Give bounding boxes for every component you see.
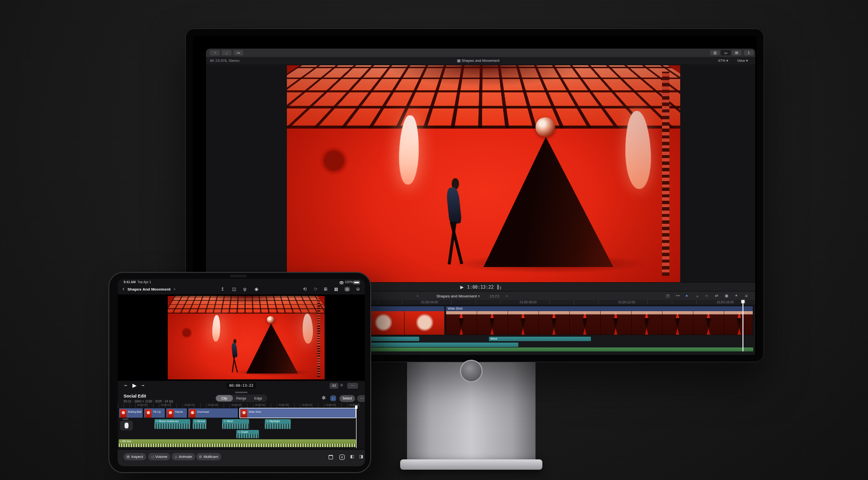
music-bar[interactable] — [321, 347, 753, 351]
timeline-project-tab[interactable]: Shapes and Movement ▾ — [436, 294, 480, 298]
transport-more-button[interactable]: ··· — [347, 383, 358, 389]
inspector-layout-icon: ▤ — [735, 51, 739, 54]
animate-button[interactable]: ◇Animate — [172, 453, 195, 460]
ipad-timeline-ruler[interactable]: 00:00:05 00:00:10 00:00:15 00:00:20 00:0… — [118, 403, 365, 408]
tools-menu-icon[interactable]: ▣ — [725, 293, 729, 298]
ipad-transport-bar: ⇤ ▶ ⇥ 00:00:13:22 43 ⊞ ··· — [118, 381, 365, 391]
import-button[interactable]: ↓ — [222, 50, 231, 55]
ipad-dock: ▤Inspect ◁Volume ◇Animate ⊞Multicam A ◧ … — [118, 449, 365, 466]
redo-button[interactable]: ⟳ — [314, 287, 318, 292]
skip-back-button[interactable]: ⇤ — [125, 384, 128, 388]
browser-layout-icon: ▥ — [714, 51, 717, 54]
playhead[interactable] — [742, 300, 746, 351]
audio-clip-wind[interactable]: ∿ Wind — [222, 419, 249, 429]
video-clip-hands[interactable]: Hands — [166, 408, 187, 418]
audio-clip-wind[interactable]: Wind — [489, 337, 591, 341]
camera-button[interactable]: ◫ — [232, 287, 236, 292]
ipad: 9:41 AM Tue Apr 1 100% ‹ Shapes And Move… — [108, 272, 371, 473]
ipad-screen: 9:41 AM Tue Apr 1 100% ‹ Shapes And Move… — [118, 279, 365, 466]
timeline-layout-button[interactable]: ▭ — [721, 50, 731, 55]
wifi-icon — [339, 281, 344, 285]
mic-button[interactable]: ψ — [243, 287, 246, 292]
video-clip-overhead[interactable]: Overhead — [188, 408, 238, 418]
audio-clip-highlight[interactable]: ∿ Highlight — [265, 419, 291, 429]
scene-vignette — [287, 65, 680, 282]
skip-forward-button[interactable]: ⇥ — [141, 384, 144, 388]
background-tasks-button[interactable]: ◔ — [210, 50, 220, 55]
ipad-status-bar: 9:41 AM Tue Apr 1 100% — [118, 279, 365, 285]
overwrite-tool-icon[interactable]: ∩ — [705, 293, 708, 298]
inspector-layout-button[interactable]: ▤ — [732, 50, 741, 55]
effects-browser-icon[interactable]: ✦ — [735, 293, 738, 298]
back-button[interactable]: ‹ — [123, 286, 124, 292]
video-clip-rolling-ball[interactable]: Rolling Ball — [119, 408, 143, 418]
audio-clip-drums[interactable]: ∿ Drums — [193, 419, 206, 429]
export-button[interactable]: ↥ — [221, 287, 225, 292]
ipad-playhead[interactable] — [355, 405, 357, 448]
trash-button[interactable] — [329, 455, 333, 459]
counter-grid-icon[interactable]: ⊞ — [340, 383, 343, 387]
drag-handle[interactable] — [235, 392, 248, 393]
timeline-back-button[interactable]: ‹ — [417, 293, 418, 298]
captions-button[interactable]: A — [339, 454, 345, 460]
project-badge-icon: ● — [174, 288, 176, 291]
video-clip-wide-shot[interactable]: Wide Shot — [239, 408, 356, 418]
select-button[interactable]: Select — [339, 395, 355, 402]
viewer-timecode: 1:00:13:22 — [467, 285, 493, 290]
mode-edge-tab[interactable]: Edge — [250, 395, 267, 401]
collapse-button[interactable]: ⊖ — [356, 287, 360, 292]
mode-clip-tab[interactable]: Clip — [216, 395, 233, 401]
music-note-icon: ♪ — [120, 440, 122, 443]
snapping-tool-icon[interactable]: ● — [686, 293, 688, 298]
history-button[interactable]: ⟲ — [303, 287, 307, 292]
ipad-viewer-video[interactable] — [168, 296, 325, 379]
inspect-button[interactable]: ▤Inspect — [124, 453, 146, 460]
video-clip-wide-shot[interactable]: Wide Shot — [445, 306, 753, 335]
capture-button[interactable]: ◉ — [255, 287, 258, 292]
play-button[interactable]: ▶ — [460, 285, 463, 290]
left-panel-toggle-button[interactable]: ◧ — [350, 454, 355, 459]
share-button[interactable]: ↥ — [744, 50, 754, 55]
animate-icon: ◇ — [175, 455, 177, 458]
audio-clip-room-ambience[interactable]: ∿ Room Ambience — [154, 419, 190, 429]
play-button[interactable]: ▶ — [132, 382, 136, 389]
fcp-toolbar: ◔ ↓ ⊶ ▥ ▭ ▤ ↥ — [206, 49, 755, 57]
view-menu-button[interactable]: View ▾ — [737, 57, 748, 64]
video-clip-tilt-up[interactable]: Tilt Up — [144, 408, 165, 418]
waveform-icon: ∿ — [266, 420, 269, 423]
browser-layout-button[interactable]: ▥ — [710, 50, 720, 55]
ruler-label: 01:00:04:00 — [421, 300, 438, 304]
ipad-project-title[interactable]: Shapes And Movement — [128, 287, 171, 292]
viewer-video[interactable] — [287, 65, 680, 282]
grid-view-button[interactable]: ⊞ — [324, 287, 328, 292]
keyword-button[interactable]: ⊶ — [233, 50, 243, 55]
status-time: 9:41 AM — [124, 280, 136, 284]
timecode-display[interactable]: 00:00:13:22 — [227, 383, 256, 389]
right-panel-toggle-button[interactable]: ◨ — [359, 454, 363, 459]
mode-range-tab[interactable]: Range — [233, 395, 250, 401]
multicam-button[interactable]: ⊞Multicam — [196, 453, 221, 460]
jog-wheel-button[interactable]: ◎ — [344, 287, 350, 292]
timeline-forward-button[interactable]: › — [506, 293, 508, 298]
volume-button[interactable]: ◁Volume — [148, 453, 170, 460]
append-tool-icon[interactable]: ＋ — [695, 293, 699, 299]
timeline-more-button[interactable]: ··· — [357, 395, 365, 402]
waveform-icon: ∿ — [238, 430, 240, 433]
scene-vignette — [168, 296, 325, 379]
battery-percent: 100% — [345, 280, 353, 284]
connect-tool-icon[interactable]: ⊶ — [676, 293, 680, 298]
audio-clip-crash[interactable]: ∿ Crash — [236, 430, 259, 438]
audio-lane-tile[interactable] — [120, 421, 133, 430]
media-button[interactable]: ▦ — [334, 287, 338, 292]
overlay-button[interactable]: ▦ — [331, 396, 336, 401]
zoom-fit-icon[interactable]: ⇲ — [744, 293, 748, 298]
music-clip[interactable]: ♪ Oh Yea — [119, 439, 356, 447]
index-tool-icon[interactable]: ◳ — [666, 293, 670, 298]
zoom-counter-badge[interactable]: 43 — [330, 383, 338, 389]
viewer-zoom-select[interactable]: 47% ▾ — [718, 57, 728, 64]
trim-tool-icon[interactable]: ⇄ — [715, 293, 718, 298]
magnetic-timeline-button[interactable]: ✻ — [322, 395, 326, 400]
viewer-project-title: Shapes and Movement — [461, 58, 499, 63]
audio-meters-icon[interactable] — [497, 285, 501, 290]
import-icon: ↓ — [226, 51, 228, 54]
